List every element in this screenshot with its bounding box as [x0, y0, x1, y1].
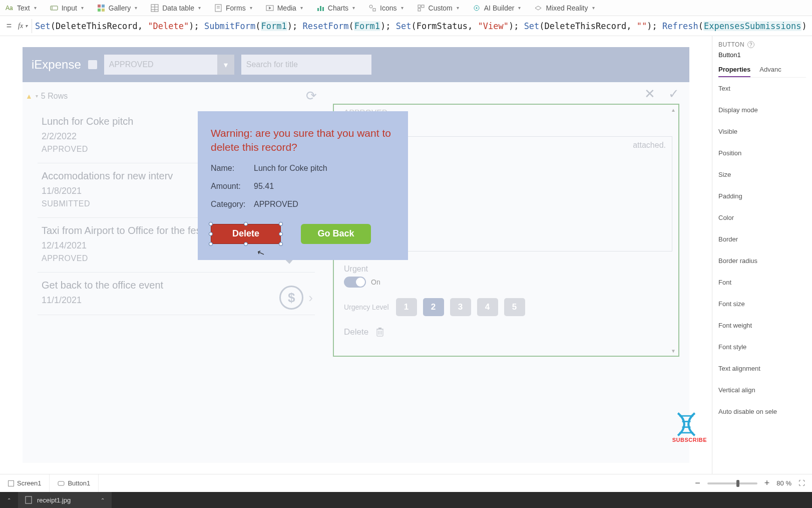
- ribbon-custom[interactable]: Custom▾: [415, 3, 461, 14]
- row-count-label: 5 Rows: [41, 92, 68, 101]
- props-item[interactable]: Vertical align: [718, 386, 806, 394]
- ribbon-text[interactable]: AaText▾: [3, 3, 39, 14]
- props-item[interactable]: Font style: [718, 343, 806, 351]
- urgency-level-button[interactable]: 3: [450, 298, 471, 316]
- ribbon-icons[interactable]: Icons▾: [366, 3, 405, 14]
- formula-bar-row: = fx▾ Set(DeleteThisRecord, "Delete"); S…: [0, 16, 812, 36]
- props-item[interactable]: Display mode: [718, 106, 806, 114]
- chevron-down-icon: ▾: [518, 5, 521, 11]
- chevron-down-icon[interactable]: ▾: [36, 93, 38, 99]
- chevron-down-icon: ▾: [401, 5, 403, 11]
- svg-point-19: [369, 5, 372, 8]
- fit-screen-icon[interactable]: ⛶: [798, 479, 805, 487]
- tab-advanced[interactable]: Advanc: [759, 66, 781, 77]
- app-header: iExpense APPROVED ▾ Search for title: [23, 47, 689, 82]
- ribbon-gallery[interactable]: Gallery▾: [95, 3, 139, 14]
- svg-text:Aa: Aa: [6, 5, 13, 12]
- scroll-down-icon[interactable]: ▼: [669, 347, 677, 355]
- modal-field-value: 95.41: [254, 182, 274, 191]
- chevron-down-icon: ▾: [250, 5, 252, 11]
- props-item[interactable]: Padding: [718, 192, 806, 200]
- props-item[interactable]: Font size: [718, 300, 806, 308]
- app-frame: iExpense APPROVED ▾ Search for title ▲ ▾…: [23, 47, 689, 463]
- filter-checkbox[interactable]: [88, 60, 97, 69]
- props-item[interactable]: Font weight: [718, 322, 806, 329]
- close-icon[interactable]: ✕: [644, 86, 655, 102]
- search-input[interactable]: Search for title: [241, 55, 371, 75]
- urgent-toggle[interactable]: On: [344, 277, 380, 288]
- submit-check-icon[interactable]: ✓: [668, 86, 679, 102]
- breadcrumb-screen[interactable]: Screen1: [0, 474, 50, 492]
- row-count-row: ▲ ▾ 5 Rows ⟳: [23, 86, 323, 106]
- svg-rect-1: [51, 6, 58, 10]
- formula-equals[interactable]: =: [4, 21, 14, 31]
- modal-field-label: Category:: [211, 200, 254, 209]
- zoom-unit: %: [785, 479, 791, 487]
- charts-icon: [316, 4, 325, 13]
- props-item[interactable]: Text: [718, 85, 806, 92]
- chevron-down-icon: ▾: [217, 55, 234, 75]
- breadcrumb-control[interactable]: Button1: [50, 474, 99, 492]
- props-item[interactable]: Color: [718, 214, 806, 221]
- ribbon-mixedreality[interactable]: Mixed Reality▾: [532, 3, 596, 14]
- chevron-down-icon: ▾: [25, 23, 28, 29]
- modal-goback-button[interactable]: Go Back: [301, 224, 371, 244]
- file-icon: [25, 496, 32, 504]
- zoom-out-button[interactable]: −: [695, 478, 700, 488]
- fx-label[interactable]: fx▾: [18, 22, 28, 30]
- search-placeholder: Search for title: [246, 60, 298, 69]
- datatable-icon: [150, 4, 159, 13]
- zoom-in-button[interactable]: +: [764, 478, 770, 488]
- taskbar-file[interactable]: receipt1.jpg ⌃: [18, 492, 112, 508]
- svg-rect-6: [102, 9, 105, 12]
- dollar-icon[interactable]: $: [279, 286, 303, 310]
- list-item-title: Get back to the office event: [42, 280, 311, 291]
- ribbon-input[interactable]: Input▾: [48, 3, 86, 14]
- info-icon[interactable]: ?: [747, 41, 754, 48]
- props-item[interactable]: Border radius: [718, 257, 806, 265]
- zoom-slider[interactable]: [707, 482, 757, 484]
- status-dropdown[interactable]: APPROVED ▾: [104, 55, 234, 75]
- chevron-down-icon: ▾: [457, 5, 459, 11]
- taskbar-up[interactable]: ⌃: [0, 492, 18, 508]
- props-item[interactable]: Position: [718, 149, 806, 157]
- svg-rect-23: [418, 9, 421, 11]
- props-item[interactable]: Text alignment: [718, 365, 806, 372]
- urgency-level-button[interactable]: 5: [504, 298, 525, 316]
- scroll-up-icon[interactable]: ▲: [669, 106, 677, 114]
- formula-input[interactable]: Set(DeleteThisRecord, "Delete"); SubmitF…: [32, 19, 808, 33]
- ribbon-aibuilder[interactable]: AI Builder▾: [470, 3, 523, 14]
- svg-rect-36: [58, 481, 64, 485]
- chevron-down-icon: ▾: [81, 5, 84, 11]
- svg-rect-5: [98, 9, 101, 12]
- modal-delete-button[interactable]: Delete: [211, 224, 281, 244]
- refresh-icon[interactable]: ⟳: [306, 88, 317, 104]
- custom-icon: [417, 4, 426, 13]
- chevron-right-icon[interactable]: ›: [308, 290, 313, 306]
- ribbon-forms[interactable]: Forms▾: [212, 3, 254, 14]
- props-item[interactable]: Visible: [718, 128, 806, 135]
- zoom-value: 80: [776, 479, 783, 487]
- list-item[interactable]: Get back to the office event11/1/2021$›: [38, 273, 315, 315]
- urgency-level-button[interactable]: 4: [477, 298, 498, 316]
- modal-field-row: Amount:95.41: [211, 182, 395, 191]
- svg-rect-30: [378, 328, 381, 329]
- tab-properties[interactable]: Properties: [718, 66, 750, 77]
- props-item[interactable]: Font: [718, 279, 806, 286]
- button-icon: [58, 480, 65, 486]
- svg-rect-21: [418, 5, 421, 8]
- ribbon-datatable[interactable]: Data table▾: [148, 3, 203, 14]
- ribbon-media[interactable]: Media▾: [263, 3, 305, 14]
- modal-title: Warning: are you sure that you want to d…: [211, 126, 395, 155]
- props-item[interactable]: Border: [718, 235, 806, 243]
- props-item[interactable]: Size: [718, 171, 806, 178]
- props-item[interactable]: Auto disable on sele: [718, 408, 806, 415]
- props-type-label: BUTTON: [718, 41, 744, 48]
- ribbon-charts[interactable]: Charts▾: [314, 3, 357, 14]
- properties-pane: BUTTON ? Button1 Properties Advanc TextD…: [712, 36, 812, 474]
- urgency-level-button[interactable]: 2: [423, 298, 444, 316]
- chevron-down-icon: ▾: [198, 5, 201, 11]
- svg-rect-20: [373, 9, 375, 11]
- urgency-level-button[interactable]: 1: [396, 298, 417, 316]
- trash-icon[interactable]: [375, 327, 384, 337]
